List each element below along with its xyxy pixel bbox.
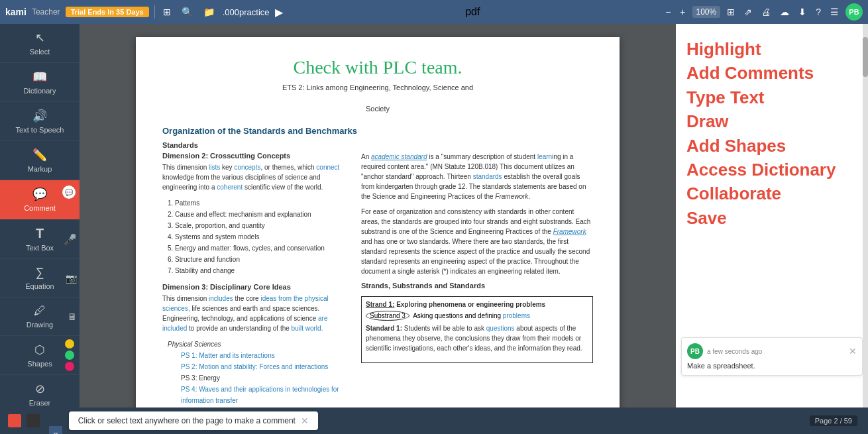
zoom-level: 100% <box>692 6 721 18</box>
comment-section: PB a few seconds ago ✕ Make a spreadshee… <box>676 332 868 381</box>
dictionary-icon: 📖 <box>32 70 47 84</box>
feature-highlight: Highlight <box>686 37 857 61</box>
sidebar-item-comment[interactable]: 💬 Comment 💬 <box>0 180 80 219</box>
pdf-label: pdf <box>288 6 658 18</box>
feature-save: Save <box>686 206 857 230</box>
menu-button[interactable]: ☰ <box>828 5 841 19</box>
standard1-text: Standard 1: Students will be able to ask… <box>366 323 588 353</box>
strand-box: Strand 1: Exploring phenomena or enginee… <box>361 296 593 363</box>
help-button[interactable]: ? <box>813 5 824 19</box>
collapse-sidebar-button[interactable]: « <box>49 426 62 434</box>
sidebar-item-equation[interactable]: ∑ Equation 📷 <box>0 259 80 298</box>
sidebar-item-label: Select <box>30 48 50 56</box>
dim2-list: 1. Patterns 2. Cause and effect: mechani… <box>168 197 348 276</box>
phys-sci-label: Physical Sciences <box>168 339 348 350</box>
sidebar-item-label: Text to Speech <box>16 126 64 134</box>
dim2-text: This dimension lists key concepts, or th… <box>162 162 348 192</box>
strand1-label: Strand 1: <box>366 301 394 308</box>
feature-type-text: Type Text <box>686 85 857 109</box>
standards-label: Standards <box>162 141 593 149</box>
screen-icon: 🖥 <box>68 311 77 322</box>
bottom-left <box>8 414 40 427</box>
green-dot <box>65 351 74 360</box>
sidebar-item-label: Eraser <box>29 399 50 407</box>
sidebar-item-label: Dictionary <box>24 87 56 95</box>
comment-icon: 💬 <box>32 187 47 201</box>
layout-toggle-button[interactable]: ⊞ <box>160 5 174 19</box>
sidebar-item-text-box[interactable]: T Text Box 🎤 <box>0 219 80 259</box>
sidebar: ↖ Select 📖 Dictionary 🔊 Text to Speech ✏… <box>0 24 80 407</box>
phys-sci: Physical Sciences PS 1: Matter and its i… <box>168 339 348 407</box>
dim2-title: Dimension 2: Crosscutting Concepts <box>162 152 348 160</box>
scrollbar-thumb[interactable] <box>863 37 868 77</box>
pdf-page: Check with PLC team. ETS 2: Links among … <box>136 37 620 407</box>
search-button[interactable]: 🔍 <box>179 5 195 19</box>
color-dots <box>65 339 74 371</box>
feature-list: Highlight Add Comments Type Text Draw Ad… <box>676 24 868 243</box>
camera-icon: 📷 <box>66 273 77 284</box>
page-info: Page 2 / 59 <box>810 415 857 426</box>
sidebar-item-shapes[interactable]: ⬡ Shapes <box>0 336 80 375</box>
folder-button[interactable]: 📁 <box>201 5 217 19</box>
dim3-text: This dimension includes the core ideas f… <box>162 294 348 333</box>
top-right-actions: − + 100% ⊞ ⇗ 🖨 ☁ ⬇ ? ☰ PB <box>663 3 863 21</box>
select-icon: ↖ <box>35 30 45 45</box>
markup-icon: ✏️ <box>32 148 47 162</box>
eraser-icon: ⊘ <box>35 382 45 396</box>
mic-icon: 🎤 <box>64 233 77 245</box>
strand-section-title: Strands, Substrands and Standards <box>361 282 593 290</box>
filename-arrow: ▶ <box>275 6 283 19</box>
comment-header: PB a few seconds ago ✕ <box>687 343 857 359</box>
feature-collaborate: Collaborate <box>686 182 857 205</box>
avatar[interactable]: PB <box>845 3 863 21</box>
sidebar-item-label: Shapes <box>27 360 52 368</box>
feature-add-comments: Add Comments <box>686 61 857 85</box>
sidebar-item-markup[interactable]: ✏️ Markup <box>0 141 80 180</box>
zoom-in-button[interactable]: + <box>677 5 688 19</box>
sidebar-item-dictionary[interactable]: 📖 Dictionary <box>0 63 80 102</box>
drawing-icon: 🖊 <box>34 304 46 318</box>
comment-close-button[interactable]: ✕ <box>849 346 857 356</box>
substrand-row: Substrand 3 Asking questions and definin… <box>366 311 588 321</box>
grid-button[interactable]: ⊞ <box>724 5 737 19</box>
print-button[interactable]: 🖨 <box>759 5 773 19</box>
zoom-out-button[interactable]: − <box>663 5 673 19</box>
content-area: Check with PLC team. ETS 2: Links among … <box>80 24 868 407</box>
right-panel: Highlight Add Comments Type Text Draw Ad… <box>676 24 868 407</box>
download-button[interactable]: ⬇ <box>796 5 809 19</box>
pdf-subtitle-line1: ETS 2: Links among Engineering, Technolo… <box>162 83 593 91</box>
feature-add-shapes: Add Shapes <box>686 134 857 158</box>
sidebar-item-eraser[interactable]: ⊘ Eraser <box>0 375 80 407</box>
save-cloud-button[interactable]: ☁ <box>777 5 792 19</box>
sidebar-item-text-to-speech[interactable]: 🔊 Text to Speech <box>0 102 80 141</box>
sidebar-item-select[interactable]: ↖ Select <box>0 24 80 63</box>
trial-badge[interactable]: Trial Ends In 35 Days <box>66 7 149 17</box>
feature-draw: Draw <box>686 109 857 133</box>
bottom-icon-red <box>8 414 21 427</box>
pdf-viewer[interactable]: Check with PLC team. ETS 2: Links among … <box>80 24 676 407</box>
standards-text2: For ease of organization and consistency… <box>361 207 593 276</box>
user-role: Teacher <box>32 7 60 17</box>
sidebar-item-drawing[interactable]: 🖊 Drawing 🖥 <box>0 298 80 336</box>
app-logo: kami <box>5 7 27 17</box>
top-bar: kami Teacher Trial Ends In 35 Days ⊞ 🔍 📁… <box>0 0 868 24</box>
bottom-icon-dark <box>27 414 40 427</box>
substrand-circle: Substrand 3 <box>366 311 409 321</box>
comment-avatar: PB <box>687 343 703 359</box>
text-to-speech-icon: 🔊 <box>32 109 47 123</box>
substrand-text: Asking questions and defining problems <box>413 312 530 319</box>
comment-time: a few seconds ago <box>707 348 845 355</box>
text-box-icon: T <box>36 226 44 241</box>
comment-card: PB a few seconds ago ✕ Make a spreadshee… <box>681 337 863 376</box>
pdf-subtitle-line2: Society <box>162 105 593 113</box>
standards-text1: An academic standard is a "summary descr… <box>361 152 593 201</box>
toast-close-button[interactable]: ✕ <box>301 415 309 426</box>
divider <box>154 5 155 19</box>
sidebar-item-label: Comment <box>24 204 56 212</box>
right-scrollbar[interactable] <box>863 24 868 407</box>
feature-access-dictionary: Access Dictionary <box>686 158 857 182</box>
share-button[interactable]: ⇗ <box>741 5 755 19</box>
main-layout: ↖ Select 📖 Dictionary 🔊 Text to Speech ✏… <box>0 24 868 407</box>
strand1-row: Strand 1: Exploring phenomena or enginee… <box>366 301 588 308</box>
yellow-dot <box>65 339 74 349</box>
